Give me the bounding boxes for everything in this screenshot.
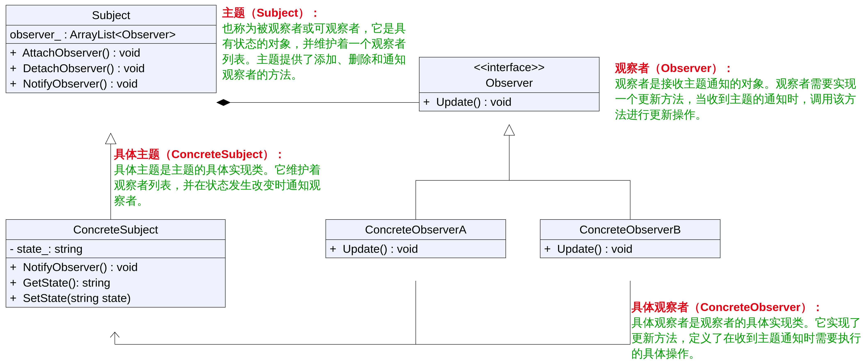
class-operations: + Update() : void <box>326 239 505 258</box>
stereotype: <<interface>> <box>422 59 597 75</box>
uml-diagram: Subject observer_ : ArrayList<Observer> … <box>0 0 868 362</box>
svg-marker-3 <box>504 125 515 135</box>
class-title: ConcreteObserverB <box>540 220 720 239</box>
class-title: Subject <box>6 5 216 25</box>
class-observer: <<interface>> Observer + Update() : void <box>419 57 599 111</box>
class-operations: + Update() : void <box>540 239 720 258</box>
class-concrete-observer-b: ConcreteObserverB + Update() : void <box>540 219 720 258</box>
svg-marker-8 <box>216 99 230 106</box>
annotation-body: 具体主题是主题的具体实现类。它维护着观察者列表，并在状态发生改变时通知观察者。 <box>114 163 321 207</box>
class-operations: + Update() : void <box>420 92 599 111</box>
aggregation-subject-observer <box>216 99 419 106</box>
class-attributes: observer_ : ArrayList<Observer> <box>6 25 216 43</box>
annotation-heading: 具体主题（ConcreteSubject）： <box>114 148 286 160</box>
annotation-subject: 主题（Subject）： 也称为被观察者或可观察者，它是具有状态的对象，并维护着… <box>222 5 411 82</box>
annotation-concrete-observer: 具体观察者（ConcreteObserver）： 具体观察者是观察者的具体实现类… <box>631 299 865 361</box>
annotation-heading: 主题（Subject）： <box>222 6 321 19</box>
annotation-body: 也称为被观察者或可观察者，它是具有状态的对象，并维护着一个观察者列表。主题提供了… <box>222 22 406 81</box>
annotation-concrete-subject: 具体主题（ConcreteSubject）： 具体主题是主题的具体实现类。它维护… <box>114 146 331 208</box>
annotation-body: 具体观察者是观察者的具体实现类。它实现了更新方法，定义了在收到主题通知时需要执行… <box>631 316 861 360</box>
annotation-heading: 观察者（Observer）： <box>615 61 734 74</box>
annotation-heading: 具体观察者（ConcreteObserver）： <box>631 301 824 313</box>
class-attributes: - state_: string <box>6 239 225 258</box>
class-title: ConcreteSubject <box>6 220 225 239</box>
class-concrete-subject: ConcreteSubject - state_: string + Notif… <box>6 219 225 307</box>
class-title: ConcreteObserverA <box>326 220 505 239</box>
class-name: Observer <box>422 75 597 91</box>
svg-marker-1 <box>105 133 116 144</box>
annotation-observer: 观察者（Observer）： 观察者是接收主题通知的对象。观察者需要实现一个更新… <box>615 60 857 122</box>
annotation-body: 观察者是接收主题通知的对象。观察者需要实现一个更新方法，当收到主题的通知时，调用… <box>615 77 856 121</box>
class-concrete-observer-a: ConcreteObserverA + Update() : void <box>326 219 506 258</box>
inherit-observers <box>416 125 630 219</box>
class-subject: Subject observer_ : ArrayList<Observer> … <box>6 5 216 93</box>
class-operations: + NotifyObserver() : void + GetState(): … <box>6 258 225 307</box>
class-operations: + AttachObserver() : void + DetachObserv… <box>6 43 216 93</box>
class-title: <<interface>> Observer <box>420 57 599 92</box>
